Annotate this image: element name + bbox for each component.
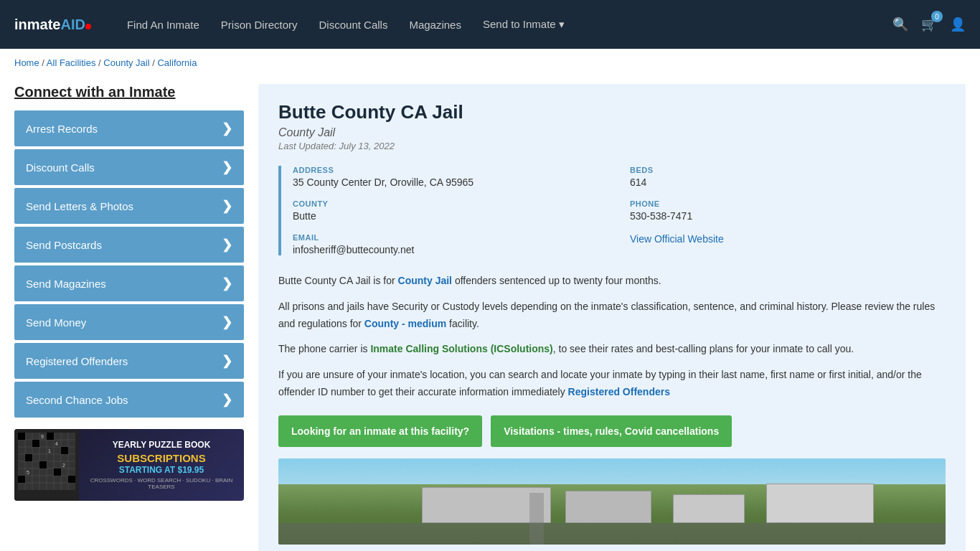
facility-image — [278, 458, 946, 545]
sidebar-item-label: Registered Offenders — [26, 355, 128, 367]
ad-subtitle: SUBSCRIPTIONS — [85, 451, 238, 466]
email-value: infosheriff@buttecounty.net — [293, 244, 608, 255]
user-icon[interactable]: 👤 — [950, 17, 966, 32]
desc4-link[interactable]: Registered Offenders — [568, 386, 670, 397]
facility-title: Butte County CA Jail — [278, 101, 946, 123]
beds-value: 614 — [630, 176, 946, 188]
sidebar-item-send-money[interactable]: Send Money ❯ — [14, 304, 244, 340]
sidebar-item-registered-offenders[interactable]: Registered Offenders ❯ — [14, 343, 244, 379]
breadcrumb-county-jail[interactable]: County Jail — [103, 57, 149, 68]
desc1-text: Butte County CA Jail is for — [278, 275, 398, 286]
arrow-icon: ❯ — [222, 276, 232, 291]
breadcrumb-california[interactable]: California — [157, 57, 197, 68]
arrow-icon: ❯ — [222, 198, 232, 214]
sidebar-item-send-magazines[interactable]: Send Magazines ❯ — [14, 265, 244, 301]
svg-rect-15 — [18, 433, 25, 440]
svg-rect-17 — [47, 433, 54, 440]
county-value: Butte — [293, 210, 608, 222]
county-label: COUNTY — [293, 199, 608, 208]
desc1-end: offenders sentenced up to twenty four mo… — [452, 275, 661, 286]
sidebar-item-discount-calls[interactable]: Discount Calls ❯ — [14, 149, 244, 185]
action-buttons: Looking for an inmate at this facility? … — [278, 415, 946, 447]
svg-text:9: 9 — [41, 434, 44, 439]
sidebar-item-label: Second Chance Jobs — [26, 394, 128, 406]
breadcrumb-all-facilities[interactable]: All Facilities — [47, 57, 96, 68]
ad-price: STARTING AT $19.95 — [85, 465, 238, 475]
address-block: ADDRESS 35 County Center Dr, Oroville, C… — [293, 166, 608, 188]
ad-types: CROSSWORDS · WORD SEARCH · SUDOKU · BRAI… — [85, 477, 238, 490]
header-icons: 🔍 🛒 0 👤 — [892, 17, 966, 32]
breadcrumb-home[interactable]: Home — [14, 57, 39, 68]
sidebar-item-label: Send Postcards — [26, 239, 102, 251]
sidebar-title: Connect with an Inmate — [14, 84, 244, 100]
desc3-start: The phone carrier is — [278, 343, 370, 354]
sidebar: Connect with an Inmate Arrest Records ❯ … — [14, 84, 244, 551]
facility-description: Butte County CA Jail is for County Jail … — [278, 273, 946, 401]
website-link[interactable]: View Official Website — [630, 233, 724, 245]
breadcrumb: Home / All Facilities / County Jail / Ca… — [0, 49, 980, 77]
logo-inmate-text: inmate — [14, 17, 60, 32]
desc3-link[interactable]: Inmate Calling Solutions (ICSolutions) — [370, 343, 552, 354]
nav-send-to-inmate[interactable]: Send to Inmate ▾ — [483, 18, 565, 31]
svg-text:5: 5 — [27, 470, 29, 475]
svg-rect-22 — [18, 476, 25, 483]
arrow-icon: ❯ — [222, 353, 232, 369]
sidebar-item-second-chance-jobs[interactable]: Second Chance Jobs ❯ — [14, 382, 244, 418]
address-value: 35 County Center Dr, Oroville, CA 95965 — [293, 176, 608, 188]
sidebar-item-label: Send Letters & Photos — [26, 200, 133, 212]
county-block: COUNTY Butte — [293, 199, 608, 222]
sidebar-item-send-postcards[interactable]: Send Postcards ❯ — [14, 227, 244, 263]
desc-para-3: The phone carrier is Inmate Calling Solu… — [278, 341, 946, 358]
logo-aid-text: AID — [60, 17, 85, 32]
svg-text:4: 4 — [55, 441, 58, 446]
phone-block: PHONE 530-538-7471 — [630, 199, 946, 222]
nav-discount-calls[interactable]: Discount Calls — [319, 19, 388, 31]
arrow-icon: ❯ — [222, 314, 232, 330]
email-block: EMAIL infosheriff@buttecounty.net — [293, 233, 608, 255]
facility-type: County Jail — [278, 126, 946, 139]
arrow-icon: ❯ — [222, 392, 232, 408]
desc2-link[interactable]: County - medium — [364, 318, 446, 329]
svg-rect-18 — [25, 454, 32, 461]
sidebar-item-label: Send Magazines — [26, 278, 106, 290]
nav-magazines[interactable]: Magazines — [409, 19, 461, 31]
desc1-link[interactable]: County Jail — [398, 275, 452, 286]
svg-rect-16 — [32, 440, 39, 447]
desc3-end: , to see their rates and best-calling pl… — [553, 343, 854, 354]
main-nav: Find An Inmate Prison Directory Discount… — [127, 18, 871, 31]
desc2-end: facility. — [446, 318, 479, 329]
desc-para-4: If you are unsure of your inmate's locat… — [278, 367, 946, 401]
arrow-icon: ❯ — [222, 237, 232, 253]
facility-last-updated: Last Updated: July 13, 2022 — [278, 141, 946, 151]
sidebar-menu: Arrest Records ❯ Discount Calls ❯ Send L… — [14, 110, 244, 418]
svg-rect-23 — [68, 476, 75, 483]
svg-rect-20 — [39, 461, 47, 468]
cart-icon-wrapper[interactable]: 🛒 0 — [921, 17, 937, 32]
email-label: EMAIL — [293, 233, 608, 242]
svg-rect-21 — [54, 468, 61, 476]
sidebar-ad[interactable]: 1 4 9 5 2 YEARLY PUZZLE BOOK SUBSCRIPTIO… — [14, 429, 244, 501]
find-inmate-button[interactable]: Looking for an inmate at this facility? — [278, 415, 482, 447]
logo[interactable]: inmateAID — [14, 17, 91, 33]
sidebar-item-label: Send Money — [26, 316, 86, 329]
nav-prison-directory[interactable]: Prison Directory — [221, 19, 298, 31]
cart-badge: 0 — [931, 11, 943, 22]
arrow-icon: ❯ — [222, 121, 232, 136]
ad-title: YEARLY PUZZLE BOOK — [85, 440, 238, 451]
phone-value: 530-538-7471 — [630, 210, 946, 222]
phone-label: PHONE — [630, 199, 946, 208]
site-header: inmateAID Find An Inmate Prison Director… — [0, 0, 980, 49]
svg-text:2: 2 — [62, 463, 65, 468]
beds-block: BEDS 614 — [630, 166, 946, 188]
nav-find-inmate[interactable]: Find An Inmate — [127, 19, 199, 31]
visitations-button[interactable]: Visitations - times, rules, Covid cancel… — [491, 415, 732, 447]
sidebar-item-arrest-records[interactable]: Arrest Records ❯ — [14, 110, 244, 146]
content-panel: Butte County CA Jail County Jail Last Up… — [258, 84, 966, 551]
search-icon[interactable]: 🔍 — [892, 17, 908, 32]
svg-rect-19 — [61, 447, 68, 454]
sidebar-item-send-letters-photos[interactable]: Send Letters & Photos ❯ — [14, 188, 244, 224]
facility-info-grid: ADDRESS 35 County Center Dr, Oroville, C… — [278, 166, 946, 255]
address-label: ADDRESS — [293, 166, 608, 174]
desc-para-2: All prisons and jails have Security or C… — [278, 298, 946, 333]
beds-label: BEDS — [630, 166, 946, 174]
